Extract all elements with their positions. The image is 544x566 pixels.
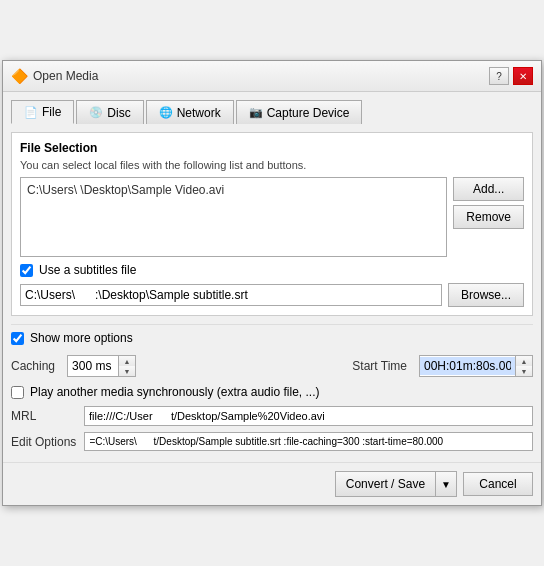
add-button[interactable]: Add...: [453, 177, 524, 201]
tab-file[interactable]: 📄 File: [11, 100, 74, 124]
tab-network-label: Network: [177, 106, 221, 120]
file-selection-title: File Selection: [20, 141, 524, 155]
dialog-content: 📄 File 💿 Disc 🌐 Network 📷 Capture Device…: [3, 92, 541, 462]
mrl-label: MRL: [11, 409, 76, 423]
start-time-label: Start Time: [352, 359, 407, 373]
tab-disc[interactable]: 💿 Disc: [76, 100, 143, 124]
subtitle-checkbox-label[interactable]: Use a subtitles file: [39, 263, 136, 277]
file-list-area: C:\Users\ \Desktop\Sample Video.avi Add.…: [20, 177, 524, 257]
options-row: Caching ▲ ▼ Start Time ▲ ▼: [11, 351, 533, 381]
remove-button[interactable]: Remove: [453, 205, 524, 229]
close-button[interactable]: ✕: [513, 67, 533, 85]
network-tab-icon: 🌐: [159, 106, 173, 119]
convert-save-group: Convert / Save ▼: [335, 471, 457, 497]
tab-disc-label: Disc: [107, 106, 130, 120]
edit-options-input[interactable]: [84, 432, 533, 451]
file-tab-icon: 📄: [24, 106, 38, 119]
show-more-row: Show more options: [11, 324, 533, 351]
file-selection-section: File Selection You can select local file…: [11, 132, 533, 316]
vlc-icon: 🔶: [11, 68, 27, 84]
start-time-down-arrow[interactable]: ▼: [516, 366, 532, 376]
start-time-input[interactable]: [420, 357, 515, 375]
caching-up-arrow[interactable]: ▲: [119, 356, 135, 366]
mrl-row: MRL: [11, 403, 533, 429]
file-list: C:\Users\ \Desktop\Sample Video.avi: [20, 177, 447, 257]
bottom-bar: Convert / Save ▼ Cancel: [3, 462, 541, 505]
file-selection-desc: You can select local files with the foll…: [20, 159, 524, 171]
caching-spinbox: ▲ ▼: [67, 355, 136, 377]
subtitle-row: Browse...: [20, 283, 524, 307]
window-title: Open Media: [33, 69, 98, 83]
play-sync-checkbox[interactable]: [11, 386, 24, 399]
caching-arrows: ▲ ▼: [118, 356, 135, 376]
title-bar-controls: ? ✕: [489, 67, 533, 85]
convert-save-button[interactable]: Convert / Save: [335, 471, 435, 497]
browse-button[interactable]: Browse...: [448, 283, 524, 307]
list-item: C:\Users\ \Desktop\Sample Video.avi: [25, 182, 442, 198]
capture-tab-icon: 📷: [249, 106, 263, 119]
convert-save-dropdown[interactable]: ▼: [435, 471, 457, 497]
subtitle-checkbox[interactable]: [20, 264, 33, 277]
title-bar: 🔶 Open Media ? ✕: [3, 61, 541, 92]
file-buttons: Add... Remove: [453, 177, 524, 257]
show-more-checkbox[interactable]: [11, 332, 24, 345]
tab-file-label: File: [42, 105, 61, 119]
caching-input[interactable]: [68, 357, 118, 375]
open-media-dialog: 🔶 Open Media ? ✕ 📄 File 💿 Disc 🌐 Network: [2, 60, 542, 506]
subtitle-path-input[interactable]: [20, 284, 442, 306]
subtitle-checkbox-row: Use a subtitles file: [20, 257, 524, 283]
edit-options-label: Edit Options: [11, 435, 76, 449]
caching-label: Caching: [11, 359, 55, 373]
start-time-arrows: ▲ ▼: [515, 356, 532, 376]
help-button[interactable]: ?: [489, 67, 509, 85]
play-sync-label[interactable]: Play another media synchronously (extra …: [30, 385, 319, 399]
show-more-label[interactable]: Show more options: [30, 331, 133, 345]
tab-bar: 📄 File 💿 Disc 🌐 Network 📷 Capture Device: [11, 100, 533, 124]
start-time-up-arrow[interactable]: ▲: [516, 356, 532, 366]
tab-capture-label: Capture Device: [267, 106, 350, 120]
mrl-input[interactable]: [84, 406, 533, 426]
title-bar-left: 🔶 Open Media: [11, 68, 98, 84]
caching-down-arrow[interactable]: ▼: [119, 366, 135, 376]
play-sync-row: Play another media synchronously (extra …: [11, 381, 533, 403]
start-time-spinbox: ▲ ▼: [419, 355, 533, 377]
tab-network[interactable]: 🌐 Network: [146, 100, 234, 124]
disc-tab-icon: 💿: [89, 106, 103, 119]
tab-capture[interactable]: 📷 Capture Device: [236, 100, 363, 124]
edit-options-row: Edit Options: [11, 429, 533, 454]
cancel-button[interactable]: Cancel: [463, 472, 533, 496]
